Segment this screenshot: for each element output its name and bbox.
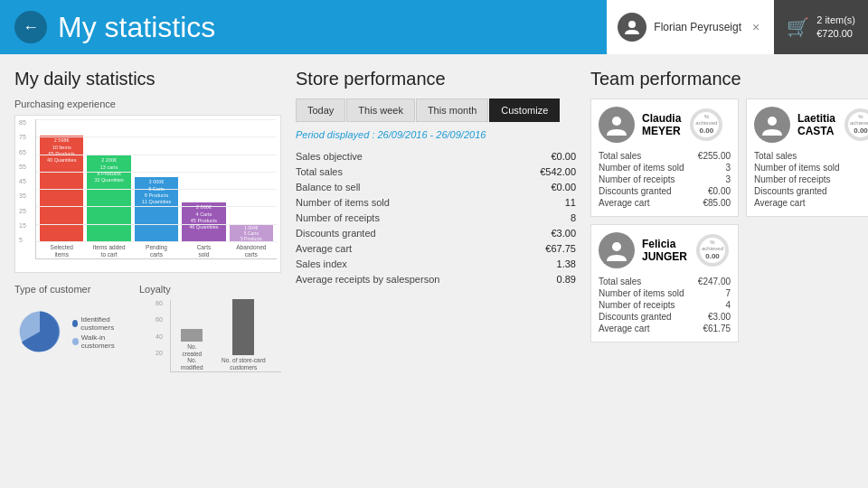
user-badge: Florian Peyruseigt × (607, 0, 774, 54)
team-stat-row: Number of items sold 7 (599, 287, 731, 299)
team-card-header: Laetitia CASTA % achieved 0.00 (754, 107, 868, 143)
stat-value: €3.00 (551, 228, 576, 239)
stat-label: Average cart (296, 243, 352, 254)
header: ← My statistics Florian Peyruseigt × 🛒 2… (0, 0, 868, 54)
customer-type-section: Type of customer Identified customers (14, 284, 132, 372)
cart-icon: 🛒 (787, 16, 809, 38)
back-icon: ← (23, 18, 39, 37)
stat-value: 8 (571, 212, 576, 223)
store-perf-title: Store performance (296, 69, 576, 89)
team-stat-row: Number of items sold (754, 162, 868, 174)
tab-today[interactable]: Today (296, 99, 345, 122)
stat-value: €67.75 (545, 243, 576, 254)
main-content: My daily statistics Purchasing experienc… (0, 54, 868, 488)
bar-added-to-cart[interactable]: 2 200€13 carts8 Products32 Quantities It… (87, 155, 130, 258)
daily-stats-panel: My daily statistics Purchasing experienc… (14, 69, 281, 474)
svg-point-7 (612, 242, 621, 251)
stat-label: Sales objective (296, 151, 363, 162)
team-stat-row: Discounts granted €0.00 (599, 185, 731, 197)
stat-sales-objective: Sales objective €0.00 (296, 149, 576, 164)
team-perf-panel: Team performance Claudia MEYER (590, 69, 868, 474)
bar-carts-sold[interactable]: 2 000€4 Carts45 Products46 Quantities Ca… (182, 202, 225, 258)
loyalty-bar-created[interactable]: No. createdNo. modified (178, 329, 206, 371)
team-stat-row: Number of items sold 3 (599, 162, 731, 174)
customer-type-label: Type of customer (14, 284, 132, 295)
progress-felicia: % achieved 0.00 (694, 232, 731, 268)
stat-label: Average receipts by salesperson (296, 274, 439, 285)
team-stat-row: Average cart €85.00 (599, 197, 731, 209)
daily-stats-title: My daily statistics (14, 69, 281, 89)
avatar-felicia (599, 232, 635, 268)
store-stats-table: Sales objective €0.00 Total sales €542.0… (296, 149, 576, 287)
stat-total-sales: Total sales €542.00 (296, 164, 576, 180)
bar-pending-carts[interactable]: 3 000€8 Carts8 Products11 Quantities Pen… (135, 177, 178, 258)
team-name-laetitia: Laetitia CASTA (797, 112, 835, 137)
stat-balance: Balance to sell €0.00 (296, 180, 576, 195)
close-icon[interactable]: × (749, 20, 763, 34)
header-right: Florian Peyruseigt × 🛒 2 item(s) €720.00 (607, 0, 868, 54)
team-name-claudia: Claudia MEYER (642, 112, 681, 137)
customer-pie-chart (14, 300, 65, 363)
cart-info: 2 item(s) €720.00 (816, 14, 855, 42)
cart-badge[interactable]: 🛒 2 item(s) €720.00 (774, 0, 868, 54)
svg-point-2 (612, 117, 621, 126)
team-card-felicia: Felicia JUNGER % achieved 0.00 T (590, 224, 739, 343)
stat-value: €0.00 (551, 182, 576, 192)
back-button[interactable]: ← (14, 11, 47, 43)
store-perf-panel: Store performance Today This week This m… (296, 69, 576, 474)
team-stat-row: Average cart (754, 197, 868, 209)
team-stat-row: Number of receipts 3 (599, 174, 731, 185)
svg-point-5 (768, 117, 777, 126)
tab-customize[interactable]: Customize (489, 99, 560, 122)
period-label: Period displayed : 26/09/2016 - 26/09/20… (296, 129, 576, 140)
stat-label: Total sales (296, 166, 343, 177)
avatar-laetitia (754, 107, 790, 143)
team-card-claudia: Claudia MEYER % achieved 0.00 (590, 99, 739, 217)
team-stat-row: Discounts granted €3.00 (599, 311, 731, 323)
store-tabs: Today This week This month Customize (296, 99, 576, 122)
team-card-header: Felicia JUNGER % achieved 0.00 (599, 232, 731, 268)
avatar-claudia (599, 107, 635, 143)
stat-discounts: Discounts granted €3.00 (296, 226, 576, 241)
stat-receipts: Number of receipts 8 (296, 211, 576, 226)
team-stat-row: Total sales €255.00 (599, 150, 731, 162)
cart-total: €720.00 (816, 27, 855, 41)
team-stat-row: Discounts granted (754, 185, 868, 197)
team-name-felicia: Felicia JUNGER (642, 238, 687, 263)
team-stat-row: Total sales (754, 150, 868, 162)
team-stat-row: Number of receipts 4 (599, 299, 731, 311)
stat-value: €542.00 (540, 166, 576, 177)
team-stat-row: Number of receipts (754, 174, 868, 185)
stat-items-sold: Number of items sold 11 (296, 195, 576, 211)
svg-point-0 (628, 21, 636, 28)
purchasing-chart: 5 15 25 35 45 55 65 75 85 (14, 115, 281, 273)
legend-identified: Identified customers (80, 315, 132, 332)
bottom-section: Type of customer Identified customers (14, 284, 281, 372)
stat-label: Number of receipts (296, 212, 380, 223)
stat-sales-index: Sales index 1.38 (296, 257, 576, 272)
stat-avg-cart: Average cart €67.75 (296, 241, 576, 257)
user-name: Florian Peyruseigt (654, 21, 741, 33)
bar-abandoned-carts[interactable]: 1 004€5 Carts5 Products Abandonedcarts (230, 224, 273, 258)
loyalty-label: Loyalty (139, 284, 281, 295)
bar-selected-items[interactable]: 2 598€10 Items65 Products40 Quantities S… (40, 136, 83, 258)
cart-items: 2 item(s) (816, 14, 855, 27)
team-stat-row: Total sales €247.00 (599, 276, 731, 287)
stat-label: Balance to sell (296, 182, 361, 192)
stat-value: €0.00 (551, 151, 576, 162)
stat-value: 11 (565, 197, 576, 208)
team-perf-title: Team performance (590, 69, 868, 89)
avatar (618, 13, 646, 42)
stat-label: Sales index (296, 258, 347, 269)
purchasing-label: Purchasing experience (14, 99, 281, 109)
pie-legend: Identified customers Walk-in customers (72, 315, 132, 352)
progress-claudia: % achieved 0.00 (688, 107, 724, 143)
stat-value: 0.89 (557, 274, 576, 285)
tab-this-week[interactable]: This week (346, 99, 415, 122)
tab-this-month[interactable]: This month (416, 99, 488, 122)
team-grid: Claudia MEYER % achieved 0.00 (590, 99, 868, 343)
team-card-header: Claudia MEYER % achieved 0.00 (599, 107, 731, 143)
loyalty-bar-storecard[interactable]: No. of store-card customers (213, 299, 274, 371)
loyalty-section: Loyalty 20 40 60 80 No. createdNo. modif… (139, 284, 281, 372)
team-stat-row: Average cart €61.75 (599, 323, 731, 334)
